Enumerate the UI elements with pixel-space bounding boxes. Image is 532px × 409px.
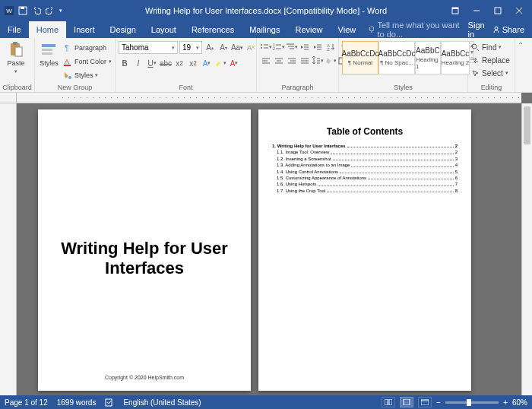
numbering-button[interactable]: 12▾ xyxy=(273,41,285,53)
toc-entry[interactable]: 1.5. Customizing Appearance of Annotatio… xyxy=(272,175,458,181)
toc-entry[interactable]: 1.1. Image Tool: Overview2 xyxy=(272,149,458,155)
underline-button[interactable]: U▾ xyxy=(146,57,158,69)
maximize-icon[interactable] xyxy=(488,3,508,18)
view-print-button[interactable] xyxy=(400,397,413,407)
page-2[interactable]: Table of Contents 1. Writing Help for Us… xyxy=(258,109,471,391)
tab-design[interactable]: Design xyxy=(103,21,144,38)
zoom-in-button[interactable]: + xyxy=(503,398,508,407)
style-heading-1[interactable]: AaBbCHeading 1 xyxy=(415,41,441,75)
increase-indent-button[interactable] xyxy=(312,41,324,53)
shrink-font-button[interactable]: A▾ xyxy=(217,42,230,54)
font-color-button[interactable]: A▾ xyxy=(228,57,240,69)
redo-icon[interactable] xyxy=(46,6,55,15)
zoom-level[interactable]: 60% xyxy=(512,398,527,407)
find-button[interactable]: Find▾ xyxy=(471,41,510,53)
strikethrough-button[interactable]: abc xyxy=(160,57,172,69)
styles-mini-button[interactable]: Styles▾ xyxy=(63,68,112,81)
toc-entry[interactable]: 1.4. Using Control Annotations5 xyxy=(272,169,458,175)
font-size-combo[interactable]: 19▾ xyxy=(179,41,202,54)
tab-insert[interactable]: Insert xyxy=(66,21,103,38)
save-icon[interactable] xyxy=(18,6,27,15)
style--no-spac-[interactable]: AaBbCcDc¶ No Spac... xyxy=(378,41,415,75)
ruler-corner[interactable] xyxy=(0,93,17,103)
select-button[interactable]: Select▾ xyxy=(471,67,510,79)
document-title[interactable]: Writing Help for User Interfaces xyxy=(53,239,236,279)
tab-home[interactable]: Home xyxy=(29,21,66,38)
document-canvas[interactable]: Writing Help for User Interfaces Copyrig… xyxy=(17,103,521,395)
multilevel-button[interactable]: ▾ xyxy=(286,41,298,53)
line-spacing-button[interactable]: ▾ xyxy=(312,55,324,67)
svg-rect-17 xyxy=(42,49,52,51)
align-left-button[interactable] xyxy=(260,55,272,67)
view-read-button[interactable] xyxy=(382,397,395,407)
toc-entry[interactable]: 1.7. Using the Crop Tool8 xyxy=(272,188,458,194)
decrease-indent-button[interactable] xyxy=(299,41,311,53)
toc-entry[interactable]: 1. Writing Help for User Interfaces2 xyxy=(272,143,458,149)
status-words[interactable]: 1699 words xyxy=(57,398,97,407)
undo-icon[interactable] xyxy=(32,6,41,15)
svg-text:2: 2 xyxy=(273,46,275,51)
bold-button[interactable]: B xyxy=(119,57,131,69)
align-center-button[interactable] xyxy=(273,55,285,67)
italic-button[interactable]: I xyxy=(132,57,144,69)
toc-entry[interactable]: 1.3. Adding Annotations to an Image4 xyxy=(272,162,458,168)
tab-review[interactable]: Review xyxy=(288,21,331,38)
close-icon[interactable] xyxy=(509,3,529,18)
group-paragraph: ▾ 12▾ ▾ AZ ¶ ▾ ▾ ▾ Paragraph xyxy=(257,38,339,92)
grow-font-button[interactable]: A▴ xyxy=(204,42,216,54)
ruler-horizontal[interactable] xyxy=(17,93,521,103)
ruler-vertical[interactable] xyxy=(0,103,17,395)
toc-list[interactable]: 1. Writing Help for User Interfaces21.1.… xyxy=(272,143,458,194)
tab-mailings[interactable]: Mailings xyxy=(242,21,287,38)
change-case-button[interactable]: Aa▾ xyxy=(231,42,243,54)
tab-file[interactable]: File xyxy=(0,21,29,38)
bullets-button[interactable]: ▾ xyxy=(260,41,272,53)
subscript-button[interactable]: x2 xyxy=(173,57,185,69)
share-button[interactable]: Share xyxy=(492,25,524,34)
svg-text:Z: Z xyxy=(327,47,330,52)
toc-heading[interactable]: Table of Contents xyxy=(272,126,458,137)
tab-references[interactable]: References xyxy=(184,21,242,38)
view-web-button[interactable] xyxy=(418,397,432,407)
status-proofing-icon[interactable] xyxy=(105,398,114,407)
text-effects-button[interactable]: A▾ xyxy=(201,57,213,69)
justify-button[interactable] xyxy=(299,55,311,67)
replace-button[interactable]: Replace xyxy=(471,54,510,66)
status-language[interactable]: English (United States) xyxy=(123,398,201,407)
paragraph-mini-button[interactable]: ¶Paragraph xyxy=(63,41,112,54)
ribbon-options-icon[interactable] xyxy=(445,3,465,18)
zoom-out-button[interactable]: − xyxy=(436,398,441,407)
copyright-text[interactable]: Copyright © 2020 HelpSmith.com xyxy=(38,375,251,380)
highlight-button[interactable]: ▾ xyxy=(214,57,226,69)
svg-rect-64 xyxy=(404,399,410,405)
tell-me[interactable]: Tell me what you want to do... xyxy=(368,21,467,38)
clear-formatting-button[interactable]: A xyxy=(245,42,257,54)
zoom-slider[interactable] xyxy=(445,401,499,404)
status-page[interactable]: Page 1 of 12 xyxy=(5,398,48,407)
tab-view[interactable]: View xyxy=(331,21,364,38)
styles-small-icon xyxy=(63,71,72,80)
sort-button[interactable]: AZ xyxy=(325,41,337,53)
minimize-icon[interactable] xyxy=(467,3,486,18)
qat-more-icon[interactable]: ▾ xyxy=(59,8,62,14)
signin-link[interactable]: Sign in xyxy=(468,21,485,39)
style-heading-2[interactable]: AaBbCcHeading 2 xyxy=(441,41,470,75)
paste-button[interactable]: Paste ▾ xyxy=(3,41,29,75)
superscript-button[interactable]: x2 xyxy=(187,57,199,69)
page-1[interactable]: Writing Help for User Interfaces Copyrig… xyxy=(38,109,251,391)
scrollbar-thumb[interactable] xyxy=(524,106,530,144)
fontcolor-mini-button[interactable]: AFont Color▾ xyxy=(63,55,112,68)
toc-entry[interactable]: 1.2. Inserting a Screenshot3 xyxy=(272,156,458,162)
style--normal[interactable]: AaBbCcDc¶ Normal xyxy=(342,41,378,75)
tab-layout[interactable]: Layout xyxy=(144,21,184,38)
collapse-ribbon-button[interactable]: ⌃ xyxy=(515,38,526,92)
font-name-combo[interactable]: Tahoma▾ xyxy=(119,41,178,54)
zoom-slider-thumb[interactable] xyxy=(467,399,471,406)
align-right-button[interactable] xyxy=(286,55,298,67)
styles-big-button[interactable]: Styles xyxy=(38,41,60,67)
toc-entry[interactable]: 1.6. Using Hotspots7 xyxy=(272,181,458,187)
scrollbar-vertical[interactable] xyxy=(521,103,532,395)
group-clipboard: Paste ▾ Clipboard xyxy=(0,38,35,92)
svg-rect-63 xyxy=(389,399,392,405)
shading-button[interactable]: ▾ xyxy=(325,55,337,67)
